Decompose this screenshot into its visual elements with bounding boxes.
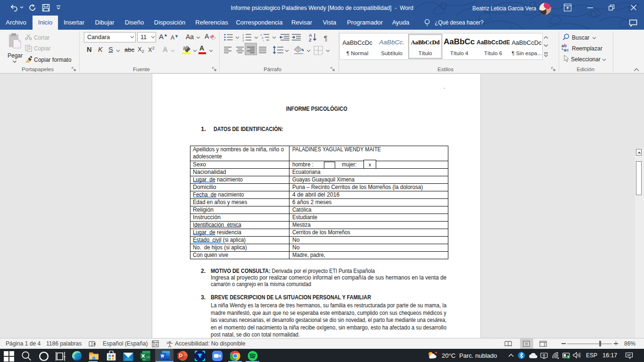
svg-text:c: c — [567, 48, 569, 52]
svg-text:3: 3 — [242, 39, 244, 42]
svg-text:i: i — [263, 39, 264, 41]
svg-text:Z: Z — [309, 37, 312, 42]
